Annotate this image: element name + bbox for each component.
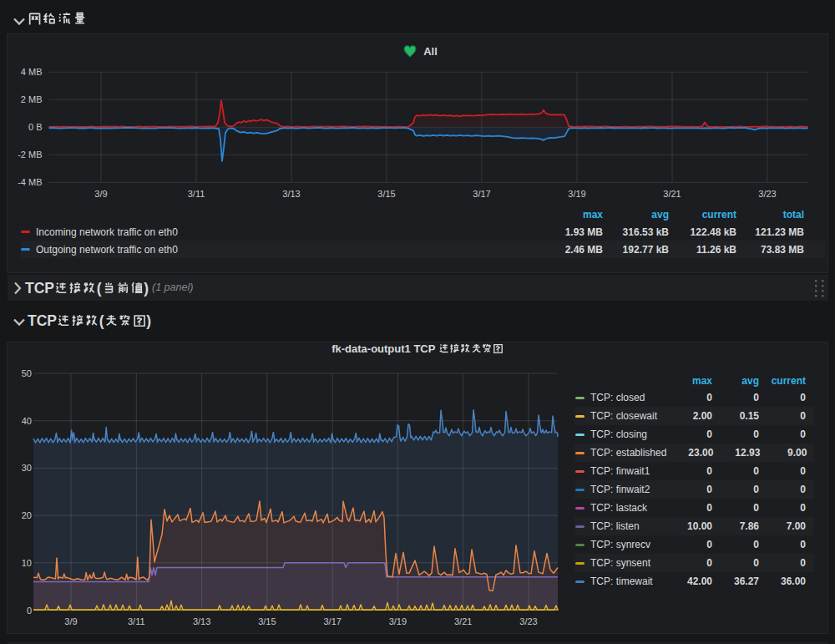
svg-text:3/19: 3/19 — [568, 189, 585, 199]
svg-text:4 MB: 4 MB — [21, 67, 43, 77]
svg-text:3/21: 3/21 — [663, 189, 681, 199]
svg-text:3/17: 3/17 — [323, 616, 341, 626]
svg-text:3/11: 3/11 — [188, 189, 205, 199]
svg-text:-4 MB: -4 MB — [18, 177, 42, 187]
svg-text:2 MB: 2 MB — [21, 94, 43, 104]
svg-text:3/15: 3/15 — [258, 616, 276, 626]
svg-text:3/15: 3/15 — [377, 189, 395, 199]
svg-text:3/11: 3/11 — [128, 616, 145, 626]
svg-text:3/9: 3/9 — [64, 616, 77, 626]
svg-text:3/21: 3/21 — [454, 616, 472, 626]
svg-text:30: 30 — [22, 463, 32, 473]
svg-text:10: 10 — [22, 558, 32, 568]
svg-text:3/17: 3/17 — [473, 189, 490, 199]
svg-text:3/13: 3/13 — [193, 616, 210, 626]
svg-text:40: 40 — [22, 416, 32, 426]
svg-text:50: 50 — [22, 368, 32, 378]
svg-text:3/23: 3/23 — [519, 616, 537, 626]
svg-text:0: 0 — [27, 606, 32, 616]
svg-text:3/23: 3/23 — [758, 189, 776, 199]
svg-text:20: 20 — [22, 510, 32, 520]
svg-text:0 B: 0 B — [28, 122, 43, 132]
svg-text:3/13: 3/13 — [282, 189, 300, 199]
svg-text:3/9: 3/9 — [94, 189, 107, 199]
svg-text:3/19: 3/19 — [389, 616, 407, 626]
svg-text:-2 MB: -2 MB — [18, 150, 42, 160]
